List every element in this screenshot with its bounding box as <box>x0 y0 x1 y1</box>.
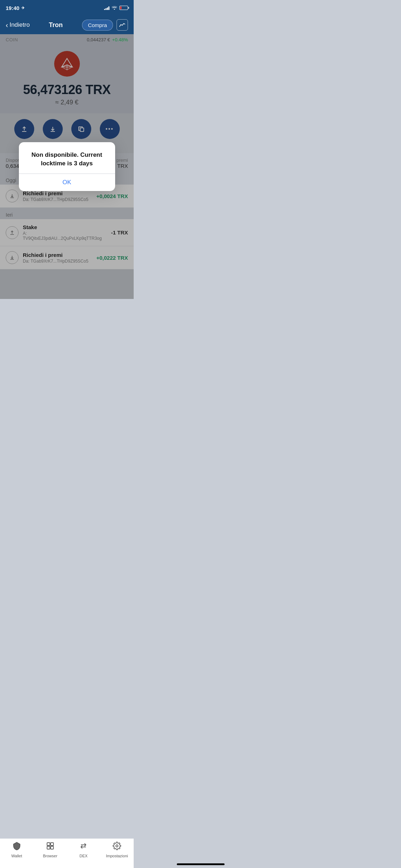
signal-icon <box>104 6 109 10</box>
buy-button[interactable]: Compra <box>82 20 113 31</box>
main-content: COIN 0,044237 € +0.48% 56,473126 TRX ≈ 2… <box>0 34 134 299</box>
back-label: Indietro <box>10 21 30 29</box>
dialog-overlay: Non disponibile. Current locktime is 3 d… <box>0 34 134 299</box>
dialog-message: Non disponibile. Current locktime is 3 d… <box>26 151 108 168</box>
nav-bar: ‹ Indietro Tron Compra <box>0 16 134 34</box>
chart-button[interactable] <box>117 19 128 31</box>
dialog-ok-button[interactable]: OK <box>19 174 115 191</box>
status-bar: 19:40 ✈ <box>0 0 134 16</box>
nav-right: Compra <box>82 19 128 31</box>
status-time: 19:40 ✈ <box>6 5 25 11</box>
battery-fill <box>120 6 122 9</box>
page-title: Tron <box>49 21 63 29</box>
battery-icon <box>119 6 128 10</box>
wifi-icon <box>112 5 117 11</box>
dialog-actions: OK <box>19 174 115 191</box>
status-icons <box>104 5 128 11</box>
dialog-body: Non disponibile. Current locktime is 3 d… <box>19 142 115 174</box>
dialog: Non disponibile. Current locktime is 3 d… <box>19 142 115 191</box>
location-icon: ✈ <box>21 6 25 10</box>
back-button[interactable]: ‹ Indietro <box>6 21 30 29</box>
time-text: 19:40 <box>6 5 19 11</box>
back-chevron-icon: ‹ <box>6 21 8 29</box>
